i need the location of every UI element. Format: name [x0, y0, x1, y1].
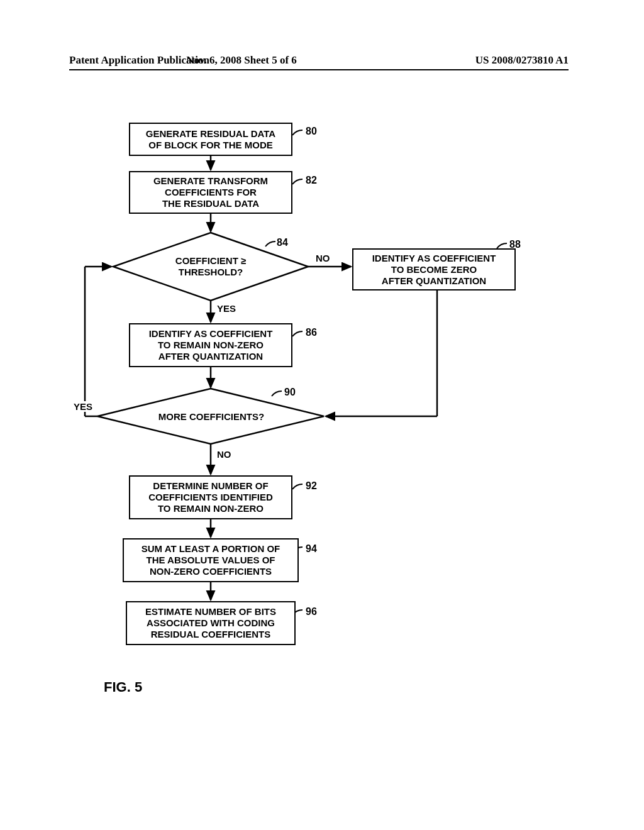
step-text: SUM AT LEAST A PORTION OFTHE ABSOLUTE VA…	[142, 543, 280, 577]
decision-84: COEFFICIENT ≥THRESHOLD?	[160, 255, 261, 278]
ref-82: 82	[306, 175, 317, 186]
ref-94: 94	[306, 543, 317, 555]
header-center: Nov. 6, 2008 Sheet 5 of 6	[186, 54, 297, 67]
step-text: ESTIMATE NUMBER OF BITSASSOCIATED WITH C…	[145, 606, 276, 640]
figure-caption: FIG. 5	[104, 679, 142, 695]
header-rule	[69, 69, 569, 70]
ref-86: 86	[306, 327, 317, 338]
ref-96: 96	[306, 606, 317, 617]
ref-88: 88	[509, 239, 521, 250]
step-box-82: GENERATE TRANSFORMCOEFFICIENTS FORTHE RE…	[129, 171, 292, 214]
step-text: GENERATE RESIDUAL DATAOF BLOCK FOR THE M…	[146, 128, 275, 151]
ref-84: 84	[277, 237, 288, 248]
ref-92: 92	[306, 480, 317, 492]
header-right: US 2008/0273810 A1	[475, 54, 569, 67]
step-text: GENERATE TRANSFORMCOEFFICIENTS FORTHE RE…	[153, 175, 268, 209]
step-box-80: GENERATE RESIDUAL DATAOF BLOCK FOR THE M…	[129, 123, 292, 156]
step-box-92: DETERMINE NUMBER OFCOEFFICIENTS IDENTIFI…	[129, 475, 292, 519]
step-box-94: SUM AT LEAST A PORTION OFTHE ABSOLUTE VA…	[123, 538, 299, 582]
step-box-88: IDENTIFY AS COEFFICIENTTO BECOME ZEROAFT…	[352, 248, 516, 290]
edge-no-84: NO	[316, 253, 330, 263]
edge-yes-90: YES	[72, 401, 94, 412]
edge-yes-84: YES	[217, 303, 236, 314]
page-header: Patent Application Publication Nov. 6, 2…	[69, 54, 569, 67]
ref-90: 90	[284, 387, 296, 398]
decision-90: MORE COEFFICIENTS?	[142, 411, 280, 423]
flowchart-svg	[0, 0, 644, 830]
step-box-96: ESTIMATE NUMBER OF BITSASSOCIATED WITH C…	[126, 601, 296, 645]
step-text: IDENTIFY AS COEFFICIENTTO REMAIN NON-ZER…	[149, 328, 273, 362]
step-box-86: IDENTIFY AS COEFFICIENTTO REMAIN NON-ZER…	[129, 323, 292, 367]
step-text: IDENTIFY AS COEFFICIENTTO BECOME ZEROAFT…	[372, 253, 496, 287]
edge-no-90: NO	[217, 449, 231, 460]
ref-80: 80	[306, 126, 317, 137]
step-text: DETERMINE NUMBER OFCOEFFICIENTS IDENTIFI…	[148, 480, 273, 514]
